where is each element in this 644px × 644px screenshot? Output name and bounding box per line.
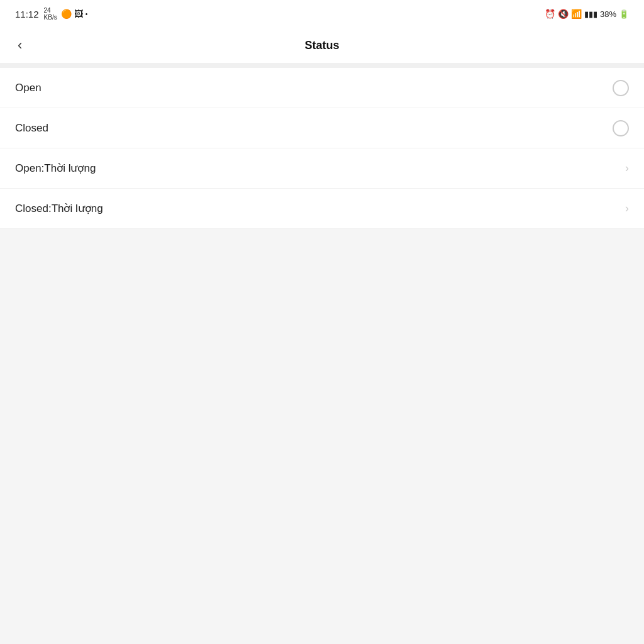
list-item-open[interactable]: Open	[0, 68, 644, 108]
wifi-icon: 📶	[571, 9, 582, 19]
status-bar-left: 11:12 24KB/s 🟠 🖼 •	[15, 7, 87, 21]
content-wrapper: ‹ Status Open Closed Open:Thời lượng › C…	[0, 28, 644, 644]
list-item-closed-thoi-luong[interactable]: Closed:Thời lượng ›	[0, 189, 644, 229]
back-button[interactable]: ‹	[13, 32, 27, 58]
status-bar: 11:12 24KB/s 🟠 🖼 • ⏰ 🔇 📶 ▮▮▮ 38% 🔋	[0, 0, 644, 28]
list-item-open-thoi-luong[interactable]: Open:Thời lượng ›	[0, 148, 644, 189]
page-title: Status	[304, 39, 339, 52]
open-thoi-luong-label: Open:Thời lượng	[15, 162, 96, 175]
closed-radio[interactable]	[613, 120, 629, 136]
time-display: 11:12	[15, 9, 39, 19]
list-container: Open Closed Open:Thời lượng › Closed:Thờ…	[0, 68, 644, 229]
status-bar-right: ⏰ 🔇 📶 ▮▮▮ 38% 🔋	[545, 9, 629, 19]
top-separator	[0, 63, 644, 68]
battery-percent: 38%	[600, 9, 616, 19]
closed-thoi-luong-label: Closed:Thời lượng	[15, 202, 103, 215]
closed-thoi-luong-chevron: ›	[625, 202, 629, 215]
emoji-icon: 🟠	[61, 9, 72, 19]
top-nav: ‹ Status	[0, 28, 644, 63]
gray-area	[0, 229, 644, 644]
open-radio[interactable]	[613, 80, 629, 96]
battery-icon: 🔋	[619, 9, 629, 19]
image-icon: 🖼	[74, 9, 83, 19]
data-speed: 24KB/s	[44, 7, 57, 21]
list-item-closed[interactable]: Closed	[0, 108, 644, 148]
dot-indicator: •	[86, 11, 88, 18]
open-label: Open	[15, 82, 42, 94]
mute-icon: 🔇	[558, 9, 569, 19]
open-thoi-luong-chevron: ›	[625, 162, 629, 175]
signal-icon: ▮▮▮	[584, 9, 597, 19]
alarm-icon: ⏰	[545, 9, 555, 19]
closed-label: Closed	[15, 122, 48, 135]
